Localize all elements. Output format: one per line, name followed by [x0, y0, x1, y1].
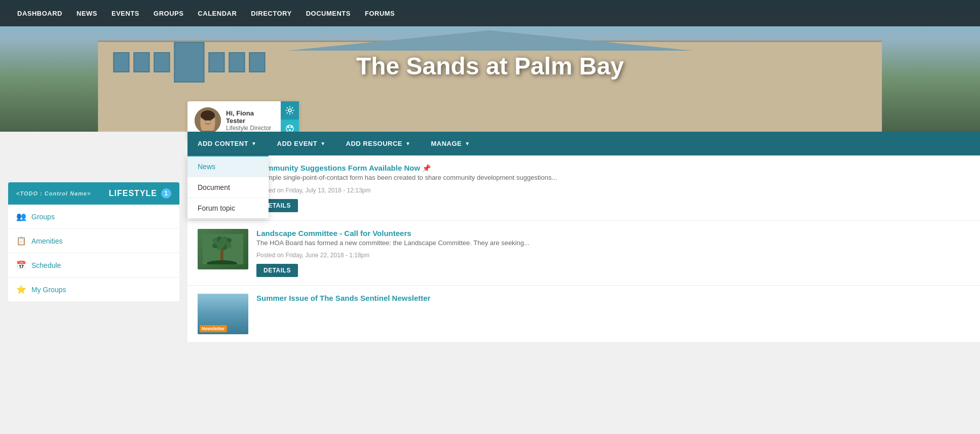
dropdown-item-document[interactable]: Document	[187, 177, 269, 198]
sidebar-item-amenities-label: Amenities	[31, 237, 62, 245]
nav-groups[interactable]: GROUPS	[146, 0, 191, 26]
main-content: Hi, Fiona Tester Lifestyle Director	[0, 132, 980, 343]
thumb-landscape-bg	[198, 229, 248, 269]
sidebar-section-header: <TODO : Control Name> LIFESTYLE 1	[8, 182, 179, 205]
news-title-1[interactable]: Community Suggestions Form Available Now…	[256, 164, 431, 172]
groups-icon: 👥	[16, 212, 26, 221]
news-title-2[interactable]: Landscape Committee - Call for Volunteer…	[256, 229, 411, 238]
svg-point-5	[210, 120, 211, 121]
manage-arrow-icon: ▼	[465, 141, 470, 146]
hero-roof	[287, 30, 693, 51]
news-feed: SUGGESTION Community Suggestions Form Av…	[187, 155, 980, 343]
sidebar-item-schedule[interactable]: 📅 Schedule	[8, 253, 179, 278]
add-event-arrow-icon: ▼	[320, 141, 325, 146]
news-body-3: Summer Issue of The Sands Sentinel Newsl…	[256, 294, 970, 307]
news-body-2: Landscape Committee - Call for Volunteer…	[256, 229, 970, 278]
add-content-dropdown: News Document Forum topic	[187, 155, 269, 218]
add-content-label: ADD CONTENT	[198, 140, 248, 147]
manage-label: MANAGE	[431, 140, 462, 147]
nav-forums[interactable]: FORUMS	[358, 0, 402, 26]
hero-title: The Sands at Palm Bay	[356, 52, 624, 80]
news-title-1-text: Community Suggestions Form Available Now	[256, 164, 420, 172]
news-body-1: Community Suggestions Form Available Now…	[256, 164, 970, 212]
mygroups-icon: ⭐	[16, 285, 26, 294]
sidebar-item-amenities[interactable]: 📋 Amenities	[8, 229, 179, 253]
news-item-1: SUGGESTION Community Suggestions Form Av…	[187, 155, 980, 221]
pin-icon: 📌	[422, 164, 431, 172]
svg-point-8	[290, 126, 292, 128]
landscape-svg	[203, 234, 243, 264]
news-date-1: Posted on Friday, July 13, 2018 - 12:13p…	[256, 187, 970, 194]
add-content-button[interactable]: ADD CONTENT ▼	[187, 132, 267, 155]
newsletter-badge: Newsletter	[200, 325, 227, 332]
sidebar-item-mygroups-label: My Groups	[31, 286, 66, 294]
sidebar-item-mygroups[interactable]: ⭐ My Groups	[8, 278, 179, 301]
dropdown-item-forum-topic[interactable]: Forum topic	[187, 198, 269, 218]
amenities-icon: 📋	[16, 236, 26, 246]
avatar	[195, 107, 221, 134]
lifestyle-title: LIFESTYLE	[109, 189, 157, 198]
nav-events[interactable]: EVENTS	[104, 0, 146, 26]
add-content-container: ADD CONTENT ▼ News Document Forum topic	[187, 132, 267, 155]
news-excerpt-1: A simple single-point-of-contact form ha…	[256, 173, 970, 183]
todo-control-label: <TODO : Control Name>	[16, 190, 91, 196]
details-button-2[interactable]: DETAILS	[256, 264, 298, 277]
svg-point-4	[205, 120, 206, 121]
schedule-icon: 📅	[16, 260, 26, 270]
left-sidebar: Hi, Fiona Tester Lifestyle Director	[0, 132, 187, 343]
sidebar-item-groups-label: Groups	[31, 213, 55, 221]
news-excerpt-2: The HOA Board has formed a new committee…	[256, 238, 970, 248]
svg-point-3	[201, 111, 214, 121]
user-role: Lifestyle Director	[226, 125, 274, 132]
add-resource-arrow-icon: ▼	[405, 141, 410, 146]
add-event-label: ADD EVENT	[277, 140, 318, 147]
news-item-2: Landscape Committee - Call for Volunteer…	[187, 221, 980, 286]
news-title-3[interactable]: Summer Issue of The Sands Sentinel Newsl…	[256, 294, 430, 302]
thumb-newsletter-bg: Newsletter	[198, 294, 248, 334]
nav-calendar[interactable]: CALENDAR	[191, 0, 244, 26]
notification-badge: 1	[161, 188, 171, 199]
news-thumb-2	[198, 229, 248, 269]
sidebar-item-groups[interactable]: 👥 Groups	[8, 205, 179, 229]
dropdown-item-news[interactable]: News	[187, 156, 269, 177]
action-bar: ADD CONTENT ▼ News Document Forum topic …	[187, 132, 980, 155]
svg-point-9	[289, 129, 291, 131]
add-resource-button[interactable]: ADD RESOURCE ▼	[336, 132, 421, 155]
nav-news[interactable]: NEWS	[69, 0, 104, 26]
nav-dashboard[interactable]: DASHBOARD	[10, 0, 69, 26]
top-navigation: DASHBOARD NEWS EVENTS GROUPS CALENDAR DI…	[0, 0, 980, 26]
news-thumb-3: Newsletter	[198, 294, 248, 334]
nav-documents[interactable]: DOCUMENTS	[299, 0, 358, 26]
right-content: ADD CONTENT ▼ News Document Forum topic …	[187, 132, 980, 343]
manage-button[interactable]: MANAGE ▼	[421, 132, 480, 155]
nav-directory[interactable]: DIRECTORY	[244, 0, 298, 26]
add-content-arrow-icon: ▼	[251, 141, 256, 146]
svg-point-7	[287, 126, 289, 128]
news-item-3: Newsletter Summer Issue of The Sands Sen…	[187, 286, 980, 343]
add-event-button[interactable]: ADD EVENT ▼	[267, 132, 336, 155]
sidebar-section: <TODO : Control Name> LIFESTYLE 1 👥 Grou…	[8, 182, 179, 301]
add-resource-label: ADD RESOURCE	[346, 140, 402, 147]
user-greeting: Hi, Fiona Tester	[226, 109, 274, 125]
sidebar-item-schedule-label: Schedule	[31, 261, 61, 269]
settings-button[interactable]	[281, 101, 299, 120]
news-date-2: Posted on Friday, June 22, 2018 - 1:18pm	[256, 252, 970, 259]
